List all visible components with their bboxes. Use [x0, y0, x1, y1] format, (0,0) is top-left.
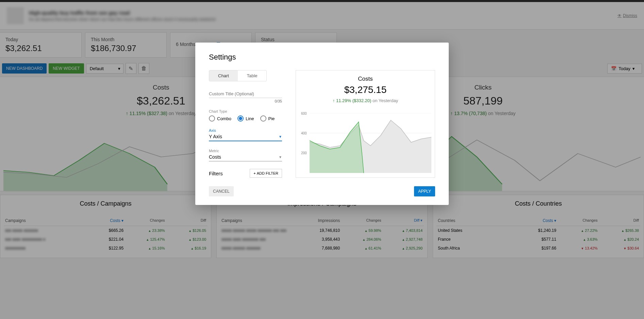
- preview-value: $3,275.15: [299, 84, 431, 95]
- chart-preview: Costs $3,275.15 ↑ 11.29% ($332.20) on Ye…: [296, 70, 435, 178]
- metric-label: Metric: [209, 149, 282, 153]
- modal-title: Settings: [209, 53, 435, 62]
- modal-overlay[interactable]: Settings Chart Table 0/35 Chart Type Com…: [0, 0, 644, 319]
- chart-type-label: Chart Type: [209, 109, 282, 113]
- custom-title-input[interactable]: [209, 90, 282, 98]
- preview-chart-area: 600 400 200: [299, 112, 431, 173]
- settings-modal: Settings Chart Table 0/35 Chart Type Com…: [195, 43, 449, 205]
- add-filter-button[interactable]: + ADD FILTER: [250, 169, 282, 178]
- y-tick: 400: [301, 131, 307, 135]
- plus-icon: +: [253, 171, 255, 175]
- axis-select[interactable]: Y Axis ▼: [209, 133, 282, 141]
- metric-select[interactable]: Costs ▼: [209, 154, 282, 161]
- preview-change: ↑ 11.29% ($332.20) on Yesterday: [299, 98, 431, 103]
- radio-pie[interactable]: Pie: [260, 115, 275, 122]
- select-value: Costs: [209, 154, 221, 160]
- preview-title: Costs: [299, 76, 431, 82]
- radio-icon: [209, 115, 215, 122]
- filters-heading: Filters: [209, 171, 223, 176]
- modal-footer: CANCEL APPLY: [209, 186, 435, 196]
- radio-combo[interactable]: Combo: [209, 115, 231, 122]
- y-tick: 200: [301, 151, 307, 155]
- y-tick: 600: [301, 112, 307, 115]
- modal-form: Chart Table 0/35 Chart Type Combo Line P…: [209, 70, 282, 178]
- preview-change-val: 11.29% ($332.20): [336, 98, 371, 103]
- radio-icon: [237, 115, 244, 122]
- toggle-chart[interactable]: Chart: [209, 70, 238, 81]
- toggle-table[interactable]: Table: [238, 70, 266, 81]
- preview-change-suffix: on Yesterday: [373, 98, 398, 103]
- select-value: Y Axis: [209, 134, 222, 139]
- view-toggle: Chart Table: [209, 70, 267, 81]
- cancel-button[interactable]: CANCEL: [209, 186, 234, 196]
- apply-button[interactable]: APPLY: [414, 186, 435, 196]
- add-filter-label: ADD FILTER: [257, 171, 278, 175]
- char-counter: 0/35: [209, 99, 282, 103]
- chevron-down-icon: ▼: [279, 135, 282, 139]
- chevron-down-icon: ▼: [279, 155, 282, 159]
- chart-type-radios: Combo Line Pie: [209, 115, 282, 122]
- radio-line[interactable]: Line: [237, 115, 254, 122]
- radio-icon: [260, 115, 266, 122]
- axis-label: Axis: [209, 128, 282, 132]
